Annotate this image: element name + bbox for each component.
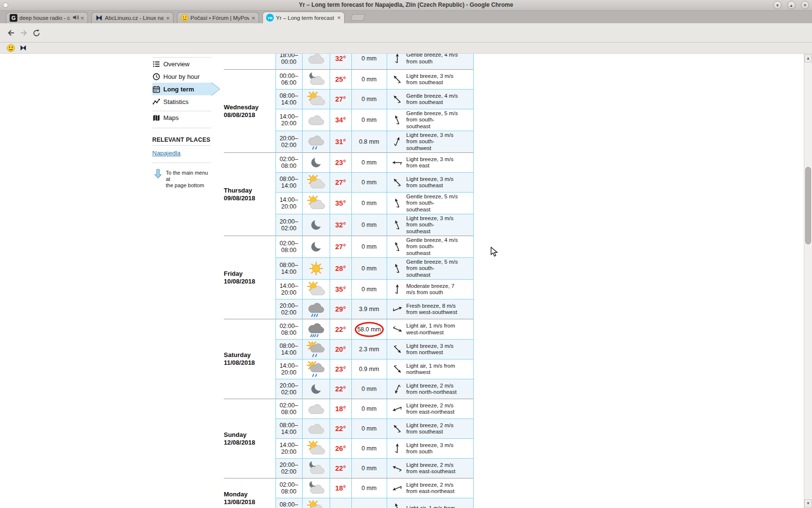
time-period-cell: 20:00– 02:00 (276, 214, 302, 236)
wind-cell: Light breeze, 3 m/s from southeast (387, 173, 473, 193)
smiley-bookmark-icon[interactable] (7, 44, 15, 54)
wind-cell: Gentle breeze, 4 m/s from south (387, 54, 473, 70)
wind-direction-arrow-icon (392, 74, 403, 85)
scrollbar-thumb[interactable] (805, 167, 811, 244)
wind-direction-arrow-icon (392, 136, 403, 148)
wind-direction-arrow-icon (392, 284, 403, 295)
weather-icon-moon-cloud (302, 478, 330, 498)
wind-direction-arrow-icon (392, 383, 403, 395)
browser-tab[interactable]: YRYr – Long term forecast× (262, 12, 345, 23)
wind-direction-arrow-icon (392, 114, 403, 126)
wind-cell: Light breeze, 2 m/s from north-northeast (387, 379, 473, 399)
back-button[interactable] (6, 28, 16, 38)
temperature-cell: 26° (330, 439, 351, 459)
wind-cell: Light air, 1 m/s from west-northwest (387, 319, 473, 340)
wind-description: Light breeze, 3 m/s from south (406, 442, 454, 455)
temperature-cell: 27° (330, 173, 351, 193)
wind-description: Light breeze, 2 m/s from north-northeast (406, 383, 457, 396)
wind-direction-arrow-icon (392, 502, 403, 508)
svg-text:YR: YR (267, 16, 273, 20)
temperature-cell: 31° (330, 131, 351, 153)
day-cell: Sunday12/08/2018 (224, 399, 276, 478)
wind-description: Light breeze, 2 m/s from east-northeast (406, 482, 455, 495)
time-period-cell: 08:00– 14:00 (276, 498, 302, 508)
weather-icon-moon (302, 236, 330, 258)
wind-description: Light breeze, 3 m/s from northwest (406, 343, 454, 356)
wind-description: Gentle breeze, 4 m/s from southeast (406, 93, 458, 106)
wind-direction-arrow-icon (392, 93, 403, 105)
wind-direction-arrow-icon (392, 443, 403, 454)
sidebar-item-overview[interactable]: Overview (152, 58, 211, 70)
browser-tab[interactable]: Počasí • Fórum | MyPow× (177, 12, 259, 23)
weather-icon-sun-cloud (302, 439, 330, 459)
sidebar-item-maps[interactable]: Maps (152, 111, 211, 124)
time-period-cell: 02:00– 08:00 (276, 236, 302, 258)
page-content: OverviewHour by hourLong termStatistics … (0, 54, 812, 508)
scrollbar[interactable]: ▲ ▼ (804, 54, 812, 508)
title-bar: Yr – Long term forecast for Napajedla, Z… (0, 0, 812, 11)
wind-direction-arrow-icon (392, 403, 403, 415)
wind-description: Light breeze, 2 m/s from southeast (406, 422, 454, 435)
temperature-cell: 18° (330, 478, 351, 498)
weather-icon-moon-cloud (302, 70, 330, 90)
temperature-cell: 20° (330, 340, 351, 359)
browser-tab[interactable]: AbcLinuxu.cz - Linux na× (91, 12, 174, 23)
wind-direction-arrow-icon (392, 177, 403, 188)
sidebar-item-label: Long term (163, 86, 194, 93)
time-period-cell: 20:00– 02:00 (276, 131, 302, 153)
browser-tab[interactable]: Gdeep house radio - c× (6, 12, 88, 23)
chart-icon (153, 98, 160, 105)
sidebar-item-label: Maps (163, 114, 179, 121)
temperature-cell: 32° (330, 54, 351, 70)
time-period-cell: 14:00– 20:00 (276, 359, 302, 379)
abclinuxu-bookmark-icon[interactable] (19, 44, 27, 54)
wind-direction-arrow-icon (392, 241, 403, 253)
wind-cell: Gentle breeze, 4 m/s from southeast (387, 90, 473, 109)
sidebar-item-long-term[interactable]: Long term (152, 83, 211, 95)
sidebar-item-label: Hour by hour (163, 73, 200, 80)
new-tab-button[interactable] (350, 14, 366, 21)
wind-direction-arrow-icon (392, 219, 403, 231)
weather-icon-sun (302, 258, 330, 280)
sidebar-item-hour-by-hour[interactable]: Hour by hour (152, 70, 211, 83)
wind-description: Light breeze, 2 m/s from east-northeast (406, 403, 455, 416)
precipitation-cell: 0 mm (351, 419, 387, 439)
place-link-napajedla[interactable]: Napajedla (152, 149, 181, 157)
weather-icon-sun-cloud (302, 90, 330, 109)
maximize-icon[interactable]: ▴ (787, 1, 796, 9)
time-period-cell: 08:00– 14:00 (276, 258, 302, 280)
wind-cell: Light breeze, 2 m/s from east-southeast (387, 459, 473, 478)
minimize-icon[interactable]: ▾ (773, 1, 782, 9)
wind-description: Gentle breeze, 4 m/s from south (406, 54, 458, 65)
time-period-cell: 08:00– 14:00 (276, 419, 302, 439)
time-period-cell: 20:00– 02:00 (276, 459, 302, 478)
wind-description: Light air, 1 m/s from northwest (406, 363, 455, 376)
forward-button[interactable] (18, 28, 29, 38)
tab-close-icon[interactable]: × (251, 15, 256, 21)
tab-close-icon[interactable]: × (165, 15, 170, 21)
close-icon[interactable]: ✕ (801, 1, 809, 9)
svg-text:G: G (11, 15, 15, 21)
tab-close-icon[interactable]: × (80, 15, 85, 21)
window-title: Yr – Long term forecast for Napajedla, Z… (0, 1, 812, 8)
scroll-down-icon[interactable]: ▼ (804, 499, 812, 508)
temperature-cell: 23° (330, 153, 351, 173)
tab-close-icon[interactable]: × (336, 15, 341, 21)
precipitation-cell: 0 mm (351, 439, 387, 459)
wind-cell: Light breeze, 2 m/s from east-northeast (387, 399, 473, 419)
time-period-cell: 00:00– 06:00 (276, 70, 302, 90)
to-main-menu-note[interactable]: To the main menu at the page bottom (152, 169, 211, 189)
temperature-cell: 25° (330, 70, 351, 90)
scroll-up-icon[interactable]: ▲ (804, 54, 812, 62)
tab-audio-icon[interactable] (72, 14, 79, 22)
sidebar-item-statistics[interactable]: Statistics (152, 95, 211, 108)
time-period-cell: 02:00– 08:00 (276, 478, 302, 498)
wind-description: Gentle breeze, 5 m/s from south- southea… (406, 259, 458, 279)
precipitation-cell: 0 mm (351, 70, 387, 90)
temperature-cell: 35° (330, 280, 351, 299)
time-period-cell: 14:00– 20:00 (276, 439, 302, 459)
weather-icon-dark-cloud-rain (302, 299, 330, 319)
weather-icon-cloud (302, 54, 330, 70)
tab-title: Počasí • Fórum | MyPow (190, 15, 249, 21)
reload-button[interactable] (31, 28, 42, 38)
